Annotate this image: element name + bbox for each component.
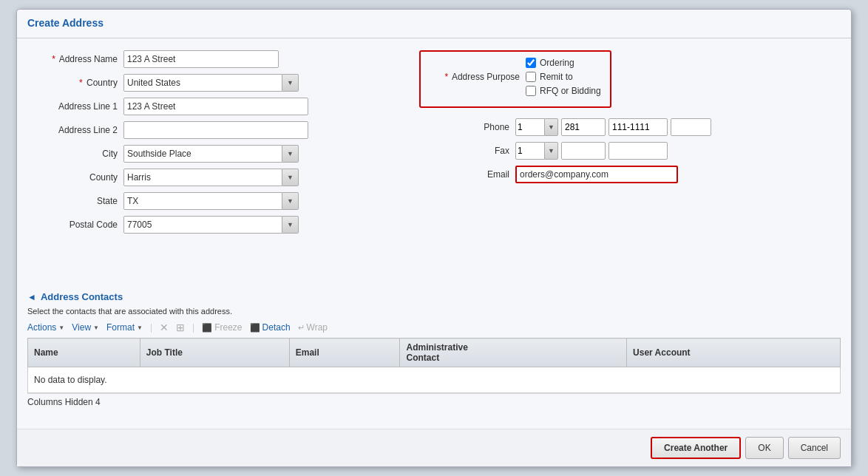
cancel-button[interactable]: Cancel (788, 437, 841, 459)
purpose-options: Ordering Remit to RFQ or Bidding (526, 58, 601, 96)
county-select-wrapper: ▼ (123, 169, 299, 186)
city-dropdown-btn[interactable]: ▼ (282, 145, 299, 163)
state-dropdown-btn[interactable]: ▼ (282, 192, 299, 210)
freeze-button[interactable]: ⬛ Freeze (202, 322, 242, 333)
phone-parts: ▼ (515, 118, 711, 136)
address-line1-label: Address Line 1 (27, 101, 123, 112)
address-line1-input[interactable] (123, 98, 308, 115)
state-row: State ▼ (27, 192, 382, 210)
separator1: | (150, 322, 152, 333)
left-panel: * Address Name * Country ▼ Address Line … (27, 50, 397, 239)
address-line1-row: Address Line 1 (27, 98, 382, 115)
right-panel: * Address Purpose Ordering Remit to (397, 50, 841, 239)
phone-area-input[interactable] (561, 118, 606, 136)
postal-dropdown-btn[interactable]: ▼ (282, 216, 299, 234)
view-chevron: ▼ (93, 324, 99, 331)
create-address-dialog: Create Address * Address Name * Country (16, 9, 852, 467)
fax-number-input[interactable] (608, 142, 668, 160)
no-data-row: No data to display. (28, 367, 841, 393)
state-select[interactable] (123, 192, 282, 210)
email-row: Email (419, 166, 841, 183)
country-select[interactable] (123, 74, 282, 92)
fax-area-input[interactable] (561, 142, 606, 160)
fax-row: Fax ▼ (419, 142, 841, 160)
phone-cc-dropdown[interactable]: ▼ (545, 118, 558, 136)
remit-to-label: Remit to (540, 72, 573, 82)
col-user-account: User Account (627, 339, 841, 367)
collapse-icon[interactable]: ◄ (27, 292, 36, 302)
address-name-input[interactable] (123, 50, 279, 68)
fax-cc-dropdown[interactable]: ▼ (545, 142, 558, 160)
county-dropdown-btn[interactable]: ▼ (282, 169, 299, 186)
format-button[interactable]: Format ▼ (106, 322, 143, 333)
wrap-button[interactable]: ↵ Wrap (298, 322, 328, 333)
separator2: | (192, 322, 194, 333)
fax-parts: ▼ (515, 142, 668, 160)
email-label: Email (419, 169, 515, 180)
ordering-option[interactable]: Ordering (526, 58, 601, 68)
ordering-label: Ordering (540, 58, 574, 68)
delete-button[interactable]: ✕ (160, 322, 169, 333)
phone-number-input[interactable] (608, 118, 668, 136)
remit-to-option[interactable]: Remit to (526, 72, 601, 82)
phone-ext-input[interactable] (671, 118, 711, 136)
required-indicator: * (79, 78, 83, 88)
rfq-label: RFQ or Bidding (540, 86, 601, 96)
dialog-footer: Create Another OK Cancel (17, 429, 851, 466)
section-subtitle: Select the contacts that are associated … (27, 307, 841, 316)
remit-to-checkbox[interactable] (526, 72, 536, 82)
county-select[interactable] (123, 169, 282, 186)
fax-cc-input[interactable] (515, 142, 545, 160)
address-purpose-section: * Address Purpose Ordering Remit to (419, 50, 611, 108)
phone-row: Phone ▼ (419, 118, 841, 136)
city-label: City (27, 149, 123, 159)
rfq-checkbox[interactable] (526, 86, 536, 96)
rfq-option[interactable]: RFQ or Bidding (526, 86, 601, 96)
postal-code-label: Postal Code (27, 220, 123, 230)
format-chevron: ▼ (137, 324, 143, 331)
actions-chevron: ▼ (58, 324, 64, 331)
table-header-row: Name Job Title Email AdministrativeConta… (28, 339, 841, 367)
col-name: Name (28, 339, 140, 367)
email-input[interactable] (515, 166, 678, 183)
address-purpose-row: * Address Purpose Ordering Remit to (430, 58, 601, 96)
postal-code-select[interactable] (123, 216, 282, 234)
col-email: Email (289, 339, 400, 367)
ok-button[interactable]: OK (745, 437, 783, 459)
create-another-button[interactable]: Create Another (651, 437, 741, 459)
no-data-message: No data to display. (34, 370, 834, 390)
contacts-table: Name Job Title Email AdministrativeConta… (27, 338, 841, 393)
fax-label: Fax (419, 146, 515, 156)
city-select-wrapper: ▼ (123, 145, 299, 163)
address-line2-input[interactable] (123, 121, 308, 139)
address-line2-row: Address Line 2 (27, 121, 382, 139)
col-admin-contact: AdministrativeContact (400, 339, 627, 367)
table-view-button[interactable]: ⊞ (176, 322, 185, 333)
address-line2-label: Address Line 2 (27, 125, 123, 135)
required-indicator: * (445, 72, 449, 82)
detach-button[interactable]: ⬛ Detach (250, 322, 291, 333)
postal-code-row: Postal Code ▼ (27, 216, 382, 234)
state-label: State (27, 196, 123, 206)
phone-cc-wrapper: ▼ (515, 118, 558, 136)
section-header: ◄ Address Contacts (27, 291, 841, 302)
country-dropdown-btn[interactable]: ▼ (282, 74, 299, 92)
city-select[interactable] (123, 145, 282, 163)
dialog-body: * Address Name * Country ▼ Address Line … (17, 44, 851, 284)
dialog-title: Create Address (17, 10, 851, 35)
state-select-wrapper: ▼ (123, 192, 299, 210)
postal-select-wrapper: ▼ (123, 216, 299, 234)
ordering-checkbox[interactable] (526, 58, 536, 68)
actions-button[interactable]: Actions ▼ (27, 322, 64, 333)
fax-cc-wrapper: ▼ (515, 142, 558, 160)
view-button[interactable]: View ▼ (72, 322, 99, 333)
columns-hidden: Columns Hidden 4 (27, 393, 841, 410)
address-name-label: * Address Name (27, 54, 123, 64)
city-row: City ▼ (27, 145, 382, 163)
address-purpose-label: * Address Purpose (430, 72, 526, 82)
phone-cc-input[interactable] (515, 118, 545, 136)
phone-label: Phone (419, 122, 515, 132)
country-row: * Country ▼ (27, 74, 382, 92)
county-row: County ▼ (27, 169, 382, 186)
section-title: Address Contacts (41, 291, 123, 302)
